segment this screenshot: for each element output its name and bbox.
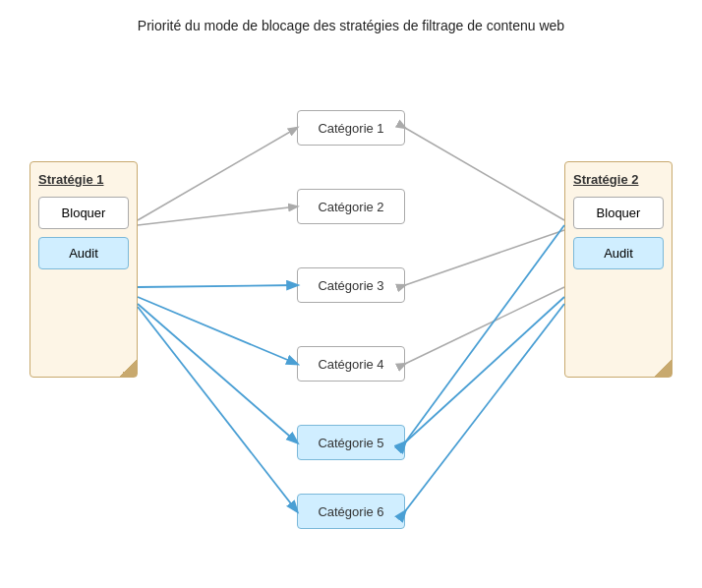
category-6: Catégorie 6	[297, 494, 405, 529]
category-1: Catégorie 1	[297, 110, 405, 146]
svg-line-0	[138, 128, 297, 220]
svg-line-5	[138, 307, 297, 511]
svg-line-8	[405, 287, 564, 364]
svg-line-1	[138, 206, 297, 225]
strategy2-audit-mode: Audit	[573, 237, 664, 269]
strategy2-title: Stratégie 2	[573, 172, 664, 187]
strategy1-title: Stratégie 1	[38, 172, 129, 187]
strategy2-box: Stratégie 2 Bloquer Audit	[564, 161, 673, 378]
svg-line-3	[138, 297, 297, 364]
category-3: Catégorie 3	[297, 267, 405, 303]
svg-line-10	[405, 304, 564, 511]
category-4: Catégorie 4	[297, 346, 405, 382]
page-title: Priorité du mode de blocage des stratégi…	[0, 0, 702, 43]
svg-line-11	[405, 225, 564, 442]
svg-line-2	[138, 285, 297, 287]
svg-line-9	[405, 297, 564, 442]
category-5: Catégorie 5	[297, 425, 405, 460]
strategy1-block-mode: Bloquer	[38, 197, 129, 229]
svg-line-4	[138, 304, 297, 442]
diagram: Stratégie 1 Bloquer Audit Stratégie 2 Bl…	[0, 43, 702, 574]
strategy1-box: Stratégie 1 Bloquer Audit	[29, 161, 138, 378]
category-2: Catégorie 2	[297, 189, 405, 224]
strategy1-audit-mode: Audit	[38, 237, 129, 269]
svg-line-6	[405, 128, 564, 220]
svg-line-7	[405, 230, 564, 285]
strategy2-block-mode: Bloquer	[573, 197, 664, 229]
